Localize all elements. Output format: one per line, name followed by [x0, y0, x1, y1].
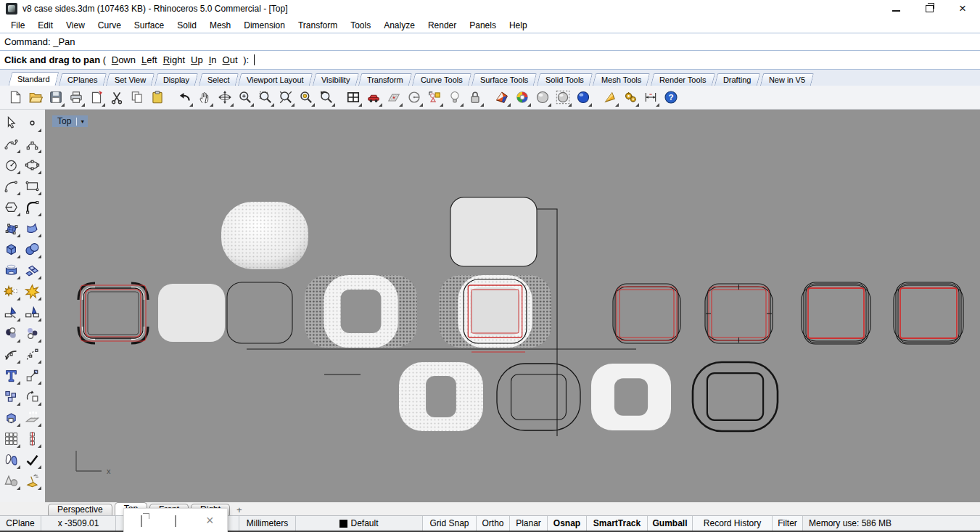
sidebar-button-check-analyze[interactable] [22, 450, 41, 469]
outline-ring-thick[interactable] [693, 362, 778, 431]
command-prompt[interactable]: Click and drag to pan ( DownLeftRightUpI… [0, 51, 980, 70]
toolbar-tab-viewport-layout[interactable]: Viewport Layout [238, 73, 313, 86]
sidebar-button-rotate-objects[interactable] [22, 387, 41, 406]
toolbar-button-select-objects[interactable] [425, 89, 443, 107]
sidebar-button-trim[interactable] [1, 303, 20, 322]
toolbar-button-render[interactable] [513, 89, 531, 107]
toolbar-button-cut[interactable] [107, 89, 125, 107]
sidebar-button-move-solid[interactable] [1, 408, 20, 427]
status-cell-millimeters[interactable]: Millimeters [239, 516, 296, 531]
toolbar-button-help[interactable]: ? [662, 89, 680, 107]
toolbar-tab-display[interactable]: Display [155, 73, 198, 86]
sidebar-button-array-linear[interactable] [22, 429, 41, 448]
knurled-ring[interactable] [399, 362, 483, 431]
menu-help[interactable]: Help [503, 19, 534, 32]
knurled-dome[interactable] [221, 202, 308, 269]
toolbar-tab-new-in-v5[interactable]: New in V5 [760, 73, 814, 86]
sidebar-button-surface-sheet[interactable] [22, 218, 41, 237]
toolbar-button-open-file[interactable] [26, 89, 44, 107]
sidebar-button-boolean-union[interactable] [1, 282, 20, 300]
chevron-down-icon[interactable]: ▼ [76, 118, 88, 126]
minimize-button[interactable] [890, 3, 902, 15]
toolbar-tab-surface-tools[interactable]: Surface Tools [472, 73, 538, 86]
sidebar-button-ellipse[interactable] [22, 155, 41, 174]
smooth-ring[interactable] [591, 364, 671, 430]
sidebar-button-join[interactable] [1, 324, 20, 343]
prompt-option-down[interactable]: Down [112, 54, 136, 65]
toolbar-tab-render-tools[interactable]: Render Tools [651, 73, 715, 86]
toolbar-tab-visibility[interactable]: Visibility [313, 73, 359, 86]
new-viewport-tab-button[interactable]: + [232, 504, 247, 515]
menu-tools[interactable]: Tools [344, 19, 377, 32]
toolbar-button-shade-viewport[interactable] [493, 89, 511, 107]
toolbar-tab-set-view[interactable]: Set View [106, 73, 155, 86]
toolbar-button-dimension-tools[interactable] [641, 89, 659, 107]
prompt-option-out[interactable]: Out [223, 54, 238, 65]
sidebar-button-solid-box[interactable] [1, 240, 20, 258]
status-toggle-osnap[interactable]: Osnap [548, 516, 587, 531]
case-side-red-corners[interactable] [78, 283, 148, 343]
toolbar-button-rotate-view[interactable] [215, 89, 234, 107]
sidebar-button-split[interactable] [22, 303, 41, 322]
sidebar-button-circle[interactable] [1, 155, 20, 174]
status-cell-default[interactable]: Default [296, 516, 423, 531]
toolbar-button-set-view[interactable] [405, 89, 423, 107]
status-toggle-planar[interactable]: Planar [510, 516, 548, 531]
popup-restore-button[interactable] [134, 514, 149, 528]
menu-panels[interactable]: Panels [463, 19, 503, 32]
sidebar-button-blend-curves[interactable] [22, 345, 41, 364]
toolbar-button-named-views[interactable] [364, 89, 382, 107]
menu-surface[interactable]: Surface [128, 19, 170, 32]
toolbar-tab-mesh-tools[interactable]: Mesh Tools [593, 73, 651, 86]
knurled-case-selected[interactable] [439, 275, 551, 348]
close-button[interactable]: × [957, 3, 968, 15]
menu-render[interactable]: Render [421, 19, 463, 32]
menu-solid[interactable]: Solid [170, 19, 203, 32]
menu-view[interactable]: View [59, 19, 91, 32]
prompt-option-in[interactable]: In [209, 54, 217, 65]
sidebar-button-surface-patches[interactable] [22, 261, 41, 279]
sidebar-button-fillet-corner-curve[interactable] [22, 197, 41, 216]
toolbar-button-shade-selected[interactable] [553, 89, 572, 107]
case-side-outline[interactable] [227, 282, 292, 343]
menu-analyze[interactable]: Analyze [377, 19, 421, 32]
toolbar-button-copy[interactable] [128, 89, 146, 107]
popup-maximize-button[interactable] [168, 514, 183, 528]
sidebar-button-point[interactable] [22, 113, 41, 132]
outline-ring-thin[interactable] [497, 364, 580, 430]
sidebar-button-copy-objects[interactable] [1, 387, 20, 406]
toolbar-tab-cplanes[interactable]: CPlanes [59, 73, 107, 86]
toolbar-button-options[interactable] [621, 89, 639, 107]
status-toggle-ortho[interactable]: Ortho [477, 516, 510, 531]
toolbar-button-spotlight[interactable] [601, 89, 619, 107]
toolbar-button-paste[interactable] [148, 89, 166, 107]
case-side-filled[interactable] [158, 284, 225, 342]
prompt-option-right[interactable]: Right [163, 54, 185, 65]
toolbar-button-lock-objects[interactable] [466, 89, 484, 107]
command-history[interactable]: Command: _Pan [0, 33, 980, 51]
wire-case-3[interactable] [802, 282, 870, 344]
toolbar-button-undo-view-change[interactable] [317, 89, 335, 107]
sidebar-button-arc[interactable] [1, 176, 20, 195]
toolbar-button-zoom-window[interactable] [256, 89, 274, 107]
sidebar-button-polygon[interactable] [1, 197, 20, 216]
menu-dimension[interactable]: Dimension [237, 19, 292, 32]
prompt-option-up[interactable]: Up [191, 54, 203, 65]
menu-file[interactable]: File [4, 19, 31, 32]
toolbar-button-hide-objects[interactable] [445, 89, 464, 107]
toolbar-tab-select[interactable]: Select [198, 73, 238, 86]
toolbar-button-viewport-layout[interactable] [344, 89, 362, 107]
menu-edit[interactable]: Edit [31, 19, 59, 32]
status-toggle-filter[interactable]: Filter [773, 516, 803, 531]
toolbar-button-zoom-extents[interactable] [276, 89, 295, 107]
menu-transform[interactable]: Transform [292, 19, 344, 32]
status-toggle-grid-snap[interactable]: Grid Snap [423, 516, 477, 531]
toolbar-tab-transform[interactable]: Transform [358, 73, 412, 86]
toolbar-button-pan-view[interactable] [195, 89, 213, 107]
toolbar-tab-standard[interactable]: Standard [9, 72, 59, 86]
status-toggle-smarttrack[interactable]: SmartTrack [587, 516, 648, 531]
popup-close-button[interactable]: × [202, 514, 217, 528]
toolbar-button-zoom-selected[interactable] [297, 89, 315, 107]
toolbar-button-shaded-display[interactable] [533, 89, 551, 107]
sidebar-button-curve-interpolate[interactable] [1, 134, 20, 153]
